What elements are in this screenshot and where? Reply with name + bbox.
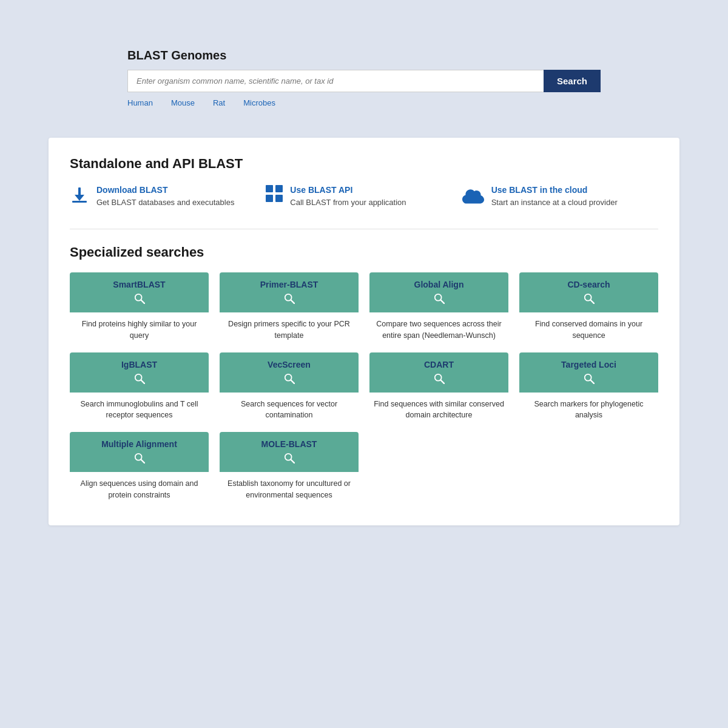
main-card: Standalone and API BLAST Download BLAST … (49, 138, 679, 525)
svg-rect-4 (275, 185, 283, 192)
standalone-section-title: Standalone and API BLAST (70, 156, 658, 172)
svg-line-26 (291, 460, 294, 463)
download-blast-desc: Get BLAST databases and executables (96, 198, 234, 207)
tool-card-targeted-loci[interactable]: Targeted LociSearch markers for phylogen… (519, 352, 658, 422)
use-blast-cloud-link[interactable]: Use BLAST in the cloud (491, 185, 618, 195)
cloud-icon (462, 187, 484, 204)
tool-card-label-global-align: Global Align (414, 280, 464, 289)
tool-card-btn-targeted-loci[interactable]: Targeted Loci (519, 352, 658, 393)
svg-rect-0 (72, 201, 87, 203)
tool-card-label-cd-search: CD-search (567, 280, 610, 289)
tool-card-desc-mole-blast: Establish taxonomy for uncultured or env… (220, 472, 359, 501)
tool-card-cd-search[interactable]: CD-searchFind conserved domains in your … (519, 272, 658, 342)
svg-line-16 (141, 380, 144, 383)
svg-rect-1 (78, 187, 81, 196)
svg-line-24 (141, 460, 144, 463)
tool-card-search-icon-vecscreen (284, 373, 295, 386)
tool-card-label-targeted-loci: Targeted Loci (561, 360, 616, 369)
tool-card-label-mole-blast: MOLE-BLAST (261, 439, 317, 449)
organism-search-input[interactable] (127, 70, 544, 92)
tool-card-multiple-alignment[interactable]: Multiple AlignmentAlign sequences using … (70, 432, 209, 501)
quick-link-mouse[interactable]: Mouse (171, 98, 195, 107)
tool-card-primer-blast[interactable]: Primer-BLASTDesign primers specific to y… (220, 272, 359, 342)
divider (70, 229, 658, 229)
download-icon (70, 185, 89, 204)
tool-card-cdart[interactable]: CDARTFind sequences with similar conserv… (369, 352, 508, 422)
tool-card-desc-global-align: Compare two sequences across their entir… (369, 312, 508, 342)
svg-line-22 (590, 380, 593, 383)
tool-card-desc-multiple-alignment: Align sequences using domain and protein… (70, 472, 209, 501)
download-blast-link[interactable]: Download BLAST (96, 185, 234, 195)
tool-card-search-icon-igblast (134, 373, 145, 386)
tool-card-igblast[interactable]: IgBLASTSearch immunoglobulins and T cell… (70, 352, 209, 422)
tool-card-label-cdart: CDART (424, 360, 454, 369)
tool-card-btn-global-align[interactable]: Global Align (369, 272, 508, 312)
standalone-item-cloud: Use BLAST in the cloud Start an instance… (462, 185, 658, 207)
tool-card-desc-cd-search: Find conserved domains in your sequence (519, 312, 658, 342)
tool-card-desc-primer-blast: Design primers specific to your PCR temp… (220, 312, 359, 342)
tool-card-label-vecscreen: VecScreen (268, 360, 311, 369)
svg-line-20 (440, 380, 443, 383)
tool-card-search-icon-primer-blast (284, 293, 295, 306)
svg-rect-6 (275, 195, 283, 202)
use-blast-api-desc: Call BLAST from your application (290, 198, 406, 207)
search-bar: Search (127, 70, 601, 92)
quick-link-rat[interactable]: Rat (213, 98, 225, 107)
tool-card-btn-multiple-alignment[interactable]: Multiple Alignment (70, 432, 209, 472)
svg-line-8 (141, 300, 144, 303)
tool-card-search-icon-cdart (434, 373, 445, 386)
standalone-item-download: Download BLAST Get BLAST databases and e… (70, 185, 266, 207)
tool-card-search-icon-global-align (434, 293, 445, 306)
search-button[interactable]: Search (544, 70, 601, 92)
use-blast-cloud-desc: Start an instance at a cloud provider (491, 198, 618, 207)
svg-line-10 (291, 300, 294, 303)
standalone-row: Download BLAST Get BLAST databases and e… (70, 185, 658, 207)
tool-card-label-multiple-alignment: Multiple Alignment (101, 439, 177, 449)
quick-link-microbes[interactable]: Microbes (243, 98, 275, 107)
tool-card-label-igblast: IgBLAST (121, 360, 157, 369)
svg-rect-3 (266, 185, 273, 192)
quick-links: Human Mouse Rat Microbes (127, 98, 601, 107)
tool-card-btn-smartblast[interactable]: SmartBLAST (70, 272, 209, 312)
standalone-cloud-text: Use BLAST in the cloud Start an instance… (491, 185, 618, 207)
tool-card-vecscreen[interactable]: VecScreenSearch sequences for vector con… (220, 352, 359, 422)
svg-line-18 (291, 380, 294, 383)
tool-card-btn-igblast[interactable]: IgBLAST (70, 352, 209, 393)
blast-genomes-title: BLAST Genomes (127, 49, 601, 62)
tool-card-desc-smartblast: Find proteins highly similar to your que… (70, 312, 209, 342)
svg-marker-2 (75, 195, 84, 201)
tool-card-search-icon-multiple-alignment (134, 453, 145, 466)
tool-card-btn-cd-search[interactable]: CD-search (519, 272, 658, 312)
tool-card-mole-blast[interactable]: MOLE-BLASTEstablish taxonomy for uncultu… (220, 432, 359, 501)
tool-card-desc-vecscreen: Search sequences for vector contaminatio… (220, 393, 359, 422)
svg-line-12 (440, 300, 443, 303)
standalone-download-text: Download BLAST Get BLAST databases and e… (96, 185, 234, 207)
quick-link-human[interactable]: Human (127, 98, 153, 107)
tool-card-smartblast[interactable]: SmartBLASTFind proteins highly similar t… (70, 272, 209, 342)
tool-card-label-smartblast: SmartBLAST (113, 280, 165, 289)
tool-card-btn-primer-blast[interactable]: Primer-BLAST (220, 272, 359, 312)
svg-line-14 (590, 300, 593, 303)
specialized-tools-grid: SmartBLASTFind proteins highly similar t… (70, 272, 658, 501)
standalone-item-api: Use BLAST API Call BLAST from your appli… (266, 185, 462, 207)
tool-card-btn-mole-blast[interactable]: MOLE-BLAST (220, 432, 359, 472)
tool-card-global-align[interactable]: Global AlignCompare two sequences across… (369, 272, 508, 342)
blast-genomes-section: BLAST Genomes Search Human Mouse Rat Mic… (127, 36, 601, 120)
tool-card-btn-cdart[interactable]: CDART (369, 352, 508, 393)
tool-card-desc-igblast: Search immunoglobulins and T cell recept… (70, 393, 209, 422)
tool-card-label-primer-blast: Primer-BLAST (260, 280, 318, 289)
tool-card-search-icon-mole-blast (284, 453, 295, 466)
svg-rect-5 (266, 195, 273, 202)
tool-card-btn-vecscreen[interactable]: VecScreen (220, 352, 359, 393)
standalone-api-text: Use BLAST API Call BLAST from your appli… (290, 185, 406, 207)
tool-card-desc-cdart: Find sequences with similar conserved do… (369, 393, 508, 422)
tool-card-search-icon-cd-search (584, 293, 595, 306)
specialized-section-title: Specialized searches (70, 244, 658, 260)
tool-card-search-icon-targeted-loci (584, 373, 595, 386)
tool-card-search-icon-smartblast (134, 293, 145, 306)
api-icon (266, 185, 283, 204)
tool-card-desc-targeted-loci: Search markers for phylogenetic analysis (519, 393, 658, 422)
use-blast-api-link[interactable]: Use BLAST API (290, 185, 406, 195)
